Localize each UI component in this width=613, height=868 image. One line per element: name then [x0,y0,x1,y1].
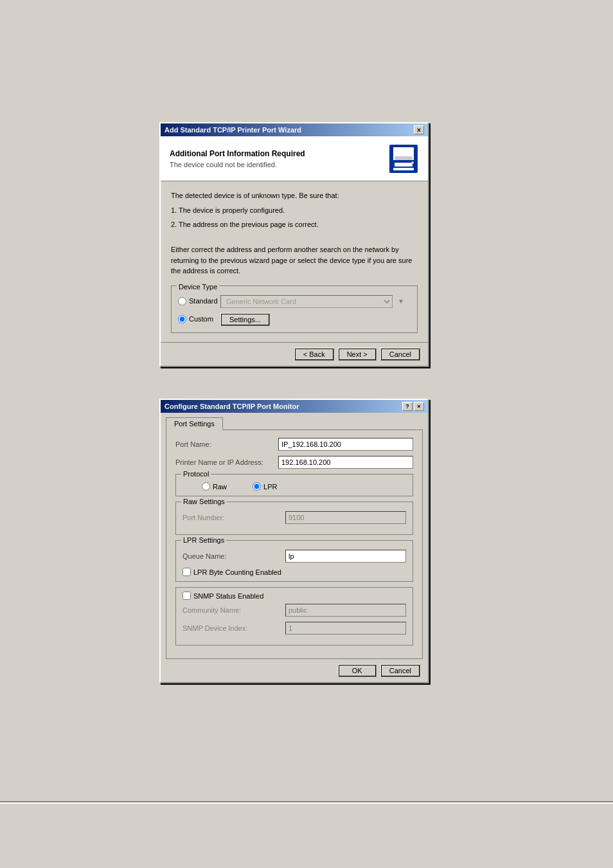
printer-icon [388,143,419,174]
lpr-settings-group: LPR Settings Queue Name: LPR Byte Counti… [175,540,413,582]
body-line1: The detected device is of unknown type. … [171,190,418,201]
port-name-label: Port Name: [175,440,278,448]
cancel-button[interactable]: Cancel [380,348,420,361]
standard-row: Standard Generic Network Card ▼ [178,295,411,308]
wizard-header-text: Additional Port Information Required The… [170,149,388,168]
custom-radio[interactable] [178,315,186,323]
lpr-radio[interactable] [253,482,261,491]
lpr-settings-legend: LPR Settings [181,536,226,544]
protocol-row: Raw LPR [182,482,406,491]
wizard-header-title: Additional Port Information Required [170,149,388,158]
configure-footer: OK Cancel [161,659,428,682]
printer-icon-svg [388,143,419,174]
help-button[interactable]: ? [402,402,413,411]
raw-label: Raw [213,483,227,491]
raw-settings-group: Raw Settings Port Number: [175,502,413,535]
svg-rect-5 [395,163,413,167]
queue-name-row: Queue Name: [182,550,406,563]
raw-option: Raw [202,482,227,491]
queue-name-label: Queue Name: [182,552,285,560]
lpr-byte-label: LPR Byte Counting Enabled [193,568,281,576]
queue-name-input[interactable] [285,550,406,563]
titlebar-buttons: ? × [402,402,424,411]
body-line4: Either correct the address and perform a… [171,244,418,276]
lpr-byte-row: LPR Byte Counting Enabled [182,568,406,576]
tab-port-settings[interactable]: Port Settings [166,417,223,430]
standard-radio-label: Standard [178,296,215,307]
dropdown-arrow: ▼ [398,296,411,306]
wizard-header-subtitle: The device could not be identified. [170,161,388,168]
tab-content: Port Name: Printer Name or IP Address: P… [166,429,423,659]
snmp-legend: SNMP Status Enabled [193,592,263,600]
configure-title: Configure Standard TCP/IP Port Monitor [164,402,299,410]
wizard-footer: < Back Next > Cancel [161,342,428,366]
device-type-legend: Device Type [177,282,219,293]
snmp-checkbox[interactable] [182,592,191,600]
lpr-option: LPR [253,482,277,491]
custom-row: Custom Settings... [178,313,411,326]
standard-dropdown[interactable]: Generic Network Card [220,295,393,308]
wizard-titlebar: Add Standard TCP/IP Printer Port Wizard … [161,123,428,136]
wizard-header: Additional Port Information Required The… [161,136,428,181]
snmp-group: SNMP Status Enabled Community Name: SNMP… [175,587,413,646]
wizard-title: Add Standard TCP/IP Printer Port Wizard [164,126,301,134]
port-number-label: Port Number: [182,514,285,521]
settings-button[interactable]: Settings... [220,313,270,326]
body-line2: 1. The device is properly configured. [171,205,418,216]
back-button[interactable]: < Back [294,348,334,361]
protocol-group: Protocol Raw LPR [175,474,413,496]
community-name-row: Community Name: [182,604,406,617]
port-number-row: Port Number: [182,511,406,524]
cancel-button-configure[interactable]: Cancel [380,664,420,677]
port-name-row: Port Name: [175,438,413,451]
body-line3: 2. The address on the previous page is c… [171,219,418,230]
snmp-device-input [285,622,406,635]
ok-button[interactable]: OK [338,664,377,677]
wizard-body: The detected device is of unknown type. … [161,181,428,342]
community-name-input [285,604,406,617]
lpr-byte-checkbox[interactable] [182,568,191,576]
tab-bar: Port Settings [161,413,428,429]
configure-titlebar: Configure Standard TCP/IP Port Monitor ?… [161,400,428,413]
printer-name-input[interactable] [278,456,413,469]
protocol-legend: Protocol [181,470,211,478]
raw-radio[interactable] [202,482,210,491]
wizard-dialog: Add Standard TCP/IP Printer Port Wizard … [159,122,429,367]
port-name-input[interactable] [278,438,413,451]
printer-name-row: Printer Name or IP Address: [175,456,413,469]
lpr-label: LPR [263,483,277,491]
snmp-device-row: SNMP Device Index: [182,622,406,635]
svg-point-6 [411,161,414,164]
next-button[interactable]: Next > [338,348,377,361]
custom-radio-label: Custom [178,314,215,325]
snmp-device-label: SNMP Device Index: [182,624,285,632]
device-type-group: Device Type Standard Generic Network Car… [171,285,418,333]
bottom-divider [0,801,613,804]
close-button[interactable]: × [414,402,424,411]
printer-name-label: Printer Name or IP Address: [175,458,278,466]
configure-dialog: Configure Standard TCP/IP Port Monitor ?… [159,399,429,683]
port-number-input [285,511,406,524]
community-name-label: Community Name: [182,606,285,614]
raw-settings-legend: Raw Settings [181,498,227,505]
wizard-close-button[interactable]: × [414,125,424,134]
standard-radio[interactable] [178,297,186,305]
